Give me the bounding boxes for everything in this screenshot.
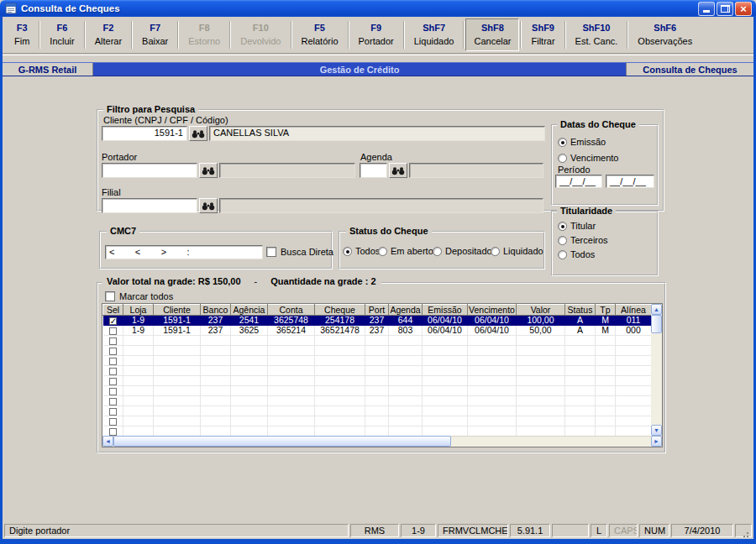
scroll-right-button[interactable]: ► bbox=[651, 436, 662, 447]
product-name: G-RMS Retail bbox=[3, 63, 93, 76]
periodo-ate-input[interactable]: __/__/__ bbox=[606, 175, 654, 188]
toolbar-separator bbox=[39, 21, 40, 49]
cliente-search-button[interactable] bbox=[189, 126, 207, 141]
toolbar-relatorio[interactable]: F5Relatório bbox=[293, 18, 347, 51]
col-tp[interactable]: Tp bbox=[596, 305, 616, 316]
toolbar-incluir[interactable]: F6Incluir bbox=[41, 18, 82, 51]
col-sel[interactable]: Sel bbox=[103, 305, 123, 316]
col-loja[interactable]: Loja bbox=[123, 305, 154, 316]
app-icon bbox=[5, 3, 17, 14]
toolbar-cancelar[interactable]: ShF8Cancelar bbox=[465, 18, 519, 51]
portador-input[interactable] bbox=[102, 163, 197, 178]
row-checkbox[interactable] bbox=[109, 317, 117, 325]
row-checkbox[interactable] bbox=[109, 388, 117, 395]
row-checkbox[interactable] bbox=[109, 378, 117, 385]
close-button[interactable]: × bbox=[735, 2, 752, 16]
cmc7-input[interactable]: < < > : bbox=[105, 245, 263, 259]
grid-horizontal-scrollbar[interactable]: ◄ ► bbox=[102, 436, 662, 447]
vertical-scroll-thumb[interactable] bbox=[651, 315, 662, 333]
toolbar-separator bbox=[177, 21, 179, 49]
row-checkbox[interactable] bbox=[109, 428, 117, 436]
app-window: Consulta de Cheques × F3Fim F6Incluir F2… bbox=[0, 0, 756, 544]
close-icon: × bbox=[740, 3, 747, 14]
toolbar-separator bbox=[291, 21, 292, 49]
table-row-empty[interactable] bbox=[103, 346, 652, 356]
toolbar-fim[interactable]: F3Fim bbox=[6, 18, 38, 51]
row-checkbox[interactable] bbox=[109, 358, 117, 365]
toolbar-alterar[interactable]: F2Alterar bbox=[87, 18, 130, 51]
row-checkbox[interactable] bbox=[109, 418, 117, 426]
cliente-code-input[interactable]: 1591-1 bbox=[102, 126, 187, 141]
row-checkbox[interactable] bbox=[109, 348, 117, 355]
scroll-left-button[interactable]: ◄ bbox=[102, 436, 113, 447]
status-cheque-title: Status do Cheque bbox=[346, 226, 432, 236]
table-row-empty[interactable] bbox=[103, 406, 652, 416]
radio-status-em-aberto[interactable]: Em aberto bbox=[378, 246, 433, 256]
row-checkbox[interactable] bbox=[109, 398, 117, 405]
radio-status-liquidado[interactable]: Liquidado bbox=[491, 246, 543, 256]
col-cheque[interactable]: Cheque bbox=[315, 305, 365, 316]
toolbar-portador[interactable]: F9Portador bbox=[350, 18, 402, 51]
radio-icon bbox=[433, 247, 442, 256]
col-vencimento[interactable]: Vencimento bbox=[468, 305, 517, 316]
radio-titularidade-todos[interactable]: Todos bbox=[558, 249, 595, 259]
col-agenda[interactable]: Agenda bbox=[389, 305, 423, 316]
col-banco[interactable]: Banco bbox=[201, 305, 231, 316]
filial-input[interactable] bbox=[102, 198, 197, 213]
agenda-input[interactable] bbox=[360, 163, 387, 178]
col-emissao[interactable]: Emissão bbox=[423, 305, 468, 316]
table-row[interactable]: 1-9 1591-1 237 2541 3625748 254178 237 6… bbox=[103, 316, 652, 326]
toolbar-liquidado[interactable]: ShF7Liquidado bbox=[406, 18, 463, 51]
col-conta[interactable]: Conta bbox=[268, 305, 315, 316]
toolbar-baixar[interactable]: F7Baixar bbox=[134, 18, 176, 51]
table-row-empty[interactable] bbox=[103, 426, 652, 437]
col-port[interactable]: Port bbox=[365, 305, 389, 316]
filtro-group-title: Filtro para Pesquisa bbox=[103, 104, 198, 114]
radio-terceiros[interactable]: Terceiros bbox=[558, 235, 608, 245]
filial-search-button[interactable] bbox=[199, 198, 218, 213]
table-row-empty[interactable] bbox=[103, 376, 652, 386]
binoculars-icon bbox=[202, 201, 215, 211]
row-checkbox[interactable] bbox=[109, 408, 117, 416]
row-checkbox[interactable] bbox=[109, 368, 117, 375]
table-row[interactable]: 1-9 1591-1 237 3625 365214 36521478 237 … bbox=[103, 326, 652, 336]
minimize-button[interactable] bbox=[698, 2, 715, 16]
toolbar-est-canc[interactable]: ShF10Est. Canc. bbox=[567, 18, 627, 51]
col-status[interactable]: Status bbox=[565, 305, 596, 316]
col-valor[interactable]: Valor bbox=[517, 305, 565, 316]
grid-vertical-scrollbar[interactable]: ▲ ▼ bbox=[651, 304, 662, 436]
grid-header-row: Sel Loja Cliente Banco Agência Conta Che… bbox=[103, 305, 652, 316]
table-row-empty[interactable] bbox=[103, 386, 652, 396]
table-row-empty[interactable] bbox=[103, 396, 652, 406]
horizontal-scroll-thumb[interactable] bbox=[113, 436, 451, 447]
toolbar-filtrar[interactable]: ShF9Filtrar bbox=[522, 18, 563, 51]
col-alinea[interactable]: Alínea bbox=[616, 305, 652, 316]
toolbar-observacoes[interactable]: ShF6Observações bbox=[629, 18, 701, 51]
toolbar-divider bbox=[3, 53, 753, 55]
radio-emissao[interactable]: Emissão bbox=[558, 137, 606, 147]
table-row-empty[interactable] bbox=[103, 416, 652, 426]
scroll-up-button[interactable]: ▲ bbox=[651, 304, 662, 315]
radio-status-todos[interactable]: Todos bbox=[343, 246, 380, 256]
titlebar[interactable]: Consulta de Cheques × bbox=[0, 0, 756, 17]
binoculars-icon bbox=[192, 129, 205, 139]
table-row-empty[interactable] bbox=[103, 336, 652, 346]
table-row-empty[interactable] bbox=[103, 366, 652, 376]
resize-grip[interactable] bbox=[735, 524, 752, 537]
status-message: Digite portador bbox=[4, 524, 349, 537]
radio-titular[interactable]: Titular bbox=[558, 221, 596, 231]
table-row-empty[interactable] bbox=[103, 356, 652, 366]
portador-search-button[interactable] bbox=[199, 163, 218, 178]
col-agencia[interactable]: Agência bbox=[231, 305, 268, 316]
marcar-todos-checkbox[interactable]: Marcar todos bbox=[105, 291, 173, 301]
col-cliente[interactable]: Cliente bbox=[154, 305, 201, 316]
row-checkbox[interactable] bbox=[109, 327, 117, 335]
busca-direta-checkbox[interactable]: Busca Direta bbox=[266, 247, 333, 257]
radio-vencimento[interactable]: Vencimento bbox=[558, 153, 618, 163]
scroll-down-button[interactable]: ▼ bbox=[651, 425, 662, 436]
agenda-search-button[interactable] bbox=[389, 163, 407, 178]
periodo-de-input[interactable]: __/__/__ bbox=[555, 175, 602, 188]
radio-status-depositado[interactable]: Depositado bbox=[433, 246, 492, 256]
restore-button[interactable] bbox=[717, 2, 733, 16]
row-checkbox[interactable] bbox=[109, 337, 117, 345]
